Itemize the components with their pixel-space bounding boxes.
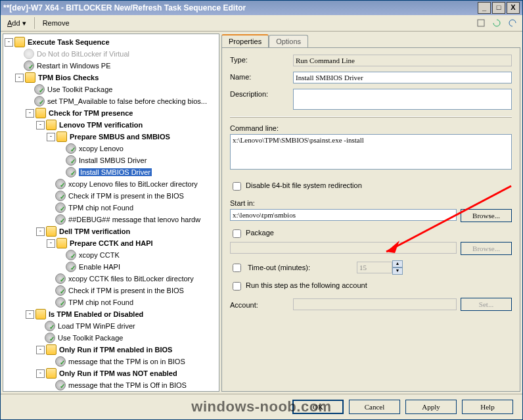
tree-node[interactable]: ✓##DEBUG## message that lenovo hardw [5,214,217,225]
tree-node[interactable]: ✓message that the TPM is Off in BIOS [5,379,217,391]
tree-label: Do Not do BitLocker if Virtual [37,50,129,58]
tree-node[interactable]: ✓Check if TPM is present in the BIOS [5,190,217,202]
description-field[interactable] [293,89,512,110]
timeout-value [357,262,392,273]
tree-node[interactable]: ✓Enable HAPI [5,261,217,273]
folder-icon [57,238,67,248]
tree-node[interactable]: ✓Restart in Windows PE [5,60,217,72]
apply-button[interactable]: Apply [405,400,457,414]
maximize-button[interactable]: □ [492,2,505,14]
runas-checkbox[interactable] [233,282,241,291]
tree-node[interactable]: ✓message that the TPM is on in BIOS [5,356,217,367]
tree-node[interactable]: ✓Check if TPM is present in the BIOS [5,285,217,296]
window-title: **[dev]-W7 X64 - BITLOCKER New/Refresh T… [3,3,478,12]
tree-label: Use Toolkit Package [58,334,123,342]
tree-node[interactable]: ✓set TPM_Available to false before check… [5,95,217,107]
runas-label: Run this step as the following account [246,281,367,289]
tree-node[interactable]: ✓TPM chip not Found [5,296,217,308]
cancel-button[interactable]: Cancel [349,400,400,414]
timeout-spinner: ▲ ▼ [357,260,403,275]
tree-label: Install SMBUS Driver [79,156,147,164]
tree-node[interactable]: ✓xcopy CCTK files to BitLocker directory [5,273,217,285]
tree-node[interactable]: -Prepare SMBUS and SMBIOS [5,131,217,143]
tab-options[interactable]: Options [269,35,308,47]
type-label: Type: [230,55,289,64]
tree-node[interactable]: Do Not do BitLocker if Virtual [5,48,217,60]
tree-node[interactable]: -Only Run if TPM enabled in BIOS [5,344,217,356]
tree-node[interactable]: -Only Run if TPM was NOT enabled [5,367,217,379]
tree-label: xcopy CCTK files to BitLocker directory [68,275,194,283]
properties-panel: Type: Name: Description: Command line: x… [221,47,520,392]
expand-icon[interactable]: - [36,369,45,378]
folder-icon [25,72,35,83]
tree-label: Dell TPM verification [59,227,130,235]
check-icon: ✓ [49,323,55,331]
close-button[interactable]: X [507,2,520,14]
tree-label: Lenovo TPM verification [59,121,143,129]
expand-icon[interactable]: - [47,133,55,141]
tree-node[interactable]: ✓TPM chip not Found [5,202,217,214]
folder-icon [46,368,57,379]
check-icon: ✓ [60,193,65,200]
package-label: Package [246,229,274,237]
expand-icon[interactable]: - [15,74,24,82]
folder-icon [35,108,46,118]
expand-icon[interactable]: - [36,227,45,236]
tree-node[interactable]: -Dell TPM verification [5,225,217,237]
tree-node[interactable]: ✓xcopy Lenovo [5,143,217,154]
tree-node[interactable]: -Check for TPM presence [5,107,217,119]
commandline-field[interactable]: x:\Lenovo\TPM\SMBIOS\psainst.exe -instal… [230,134,512,170]
check-icon: ✓ [60,217,65,224]
tree-node[interactable]: -Execute Task Sequence [5,36,217,48]
startin-field[interactable] [230,209,457,221]
check-icon: ✓ [70,158,76,165]
timeout-checkbox[interactable] [233,264,241,272]
minimize-button[interactable]: _ [478,2,491,14]
task-sequence-tree[interactable]: -Execute Task SequenceDo Not do BitLocke… [3,34,219,391]
expand-icon[interactable]: - [5,38,13,47]
ok-button[interactable]: OK [292,400,344,414]
tree-label: Prepare CCTK and HAPI [70,239,153,247]
type-field [293,55,512,66]
tree-node[interactable]: ✓xcopy CCTK [5,249,217,261]
disable-64bit-checkbox[interactable] [233,182,241,191]
annotation-arrow-icon [347,179,518,271]
tree-node[interactable]: ✓xcopy Lenovo files to BitLocker directo… [5,178,217,190]
package-checkbox[interactable] [233,229,241,238]
tree-node[interactable]: ✓Install SMBIOS Driver [5,166,217,178]
expand-icon[interactable]: - [26,109,34,118]
name-label: Name: [230,72,289,81]
tree-label: Check for TPM presence [49,109,133,117]
tab-properties[interactable]: Properties [221,34,269,47]
tree-node[interactable]: -TPM Bios Checks [5,72,217,83]
expand-icon[interactable]: - [36,346,45,354]
menu-add[interactable]: Add ▾ [3,18,30,29]
name-field[interactable] [293,72,512,83]
tree-node[interactable]: ✓Load TPM WinPE driver [5,320,217,332]
browse-startin-button[interactable]: Browse... [461,209,512,222]
account-field [293,298,457,310]
titlebar: **[dev]-W7 X64 - BITLOCKER New/Refresh T… [1,1,522,15]
expand-icon[interactable]: - [36,121,45,129]
folder-icon [35,309,46,319]
menu-remove[interactable]: Remove [39,18,74,28]
tree-node[interactable]: -Prepare CCTK and HAPI [5,237,217,249]
tree-node[interactable]: ✓Use Toolkit Package [5,83,217,95]
expand-icon[interactable]: - [47,239,55,248]
tool-icon-3[interactable] [506,16,519,30]
disable-64bit-label: Disable 64-bit file system redirection [246,181,362,189]
tree-node[interactable]: -Is TPM Enabled or Disabled [5,308,217,320]
help-button[interactable]: Help [462,400,513,414]
tool-icon-1[interactable] [474,16,488,30]
account-label: Account: [230,300,289,309]
check-icon: ✓ [60,359,65,366]
tool-icon-2[interactable] [490,16,503,30]
tree-node[interactable]: -Lenovo TPM verification [5,119,217,131]
expand-icon[interactable]: - [26,310,34,319]
tree-label: message that the TPM is Off in BIOS [68,381,187,389]
check-icon: ✓ [60,383,65,390]
tree-node[interactable]: ✓Install SMBUS Driver [5,154,217,166]
startin-label: Start in: [230,199,512,207]
spin-up-icon: ▲ [392,260,403,268]
tree-node[interactable]: ✓Use Toolkit Package [5,332,217,344]
